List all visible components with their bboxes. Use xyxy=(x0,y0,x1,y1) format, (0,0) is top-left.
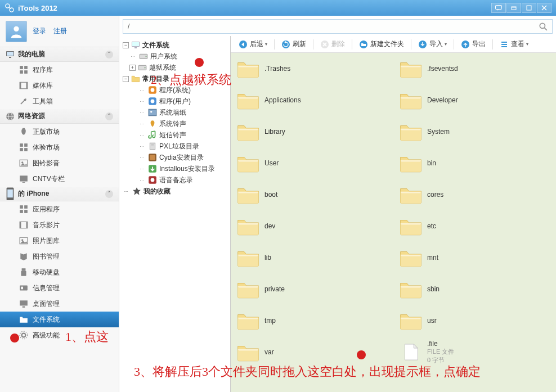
drive-icon xyxy=(138,63,147,72)
folder-item[interactable]: Library xyxy=(231,116,393,147)
sidebar-section-label: 的 iPhone xyxy=(18,189,49,199)
sidebar-item-cntv[interactable]: CNTV专栏 xyxy=(0,171,119,187)
refresh-button[interactable]: 刷新 xyxy=(278,38,310,51)
folder-item[interactable]: Developer xyxy=(393,84,556,116)
sidebar-item-official-market[interactable]: 正版市场 xyxy=(0,124,119,139)
image-icon xyxy=(19,159,28,168)
image-icon xyxy=(19,236,28,245)
back-button[interactable]: 后退▾ xyxy=(235,38,271,51)
folder-item[interactable]: .fseventsd xyxy=(393,53,556,84)
file-item[interactable]: .fileFILE 文件0 字节 xyxy=(393,336,556,368)
sidebar-item-photos[interactable]: 照片图库 xyxy=(0,233,119,249)
register-link[interactable]: 注册 xyxy=(53,27,67,35)
sidebar-item-usb[interactable]: 移动硬盘 xyxy=(0,264,119,280)
svg-line-51 xyxy=(544,28,547,30)
tree-common-item[interactable]: 系统铃声 xyxy=(122,118,228,129)
login-link[interactable]: 登录 xyxy=(33,27,46,35)
feedback-button[interactable] xyxy=(491,3,506,13)
sidebar-item-books[interactable]: 图书管理 xyxy=(0,249,119,264)
svg-rect-16 xyxy=(24,70,28,74)
folder-item[interactable]: tmp xyxy=(231,305,393,336)
tree-common-item[interactable]: Installous安装目录 xyxy=(122,163,228,174)
tree-common-item[interactable]: 语音备忘录 xyxy=(122,174,228,186)
sidebar-section-mypc[interactable]: 我的电脑 ˆ xyxy=(0,47,119,62)
chevron-up-icon[interactable]: ˆ xyxy=(105,51,113,58)
svg-rect-29 xyxy=(20,175,28,181)
folder-item[interactable]: usr xyxy=(393,305,556,336)
delete-icon xyxy=(320,40,329,49)
folder-item[interactable]: var xyxy=(231,336,393,368)
collapse-icon[interactable]: − xyxy=(123,42,129,48)
tv-icon xyxy=(19,174,28,183)
sidebar-item-filesystem[interactable]: 文件系统 xyxy=(0,312,119,327)
sidebar-section-device[interactable]: 的 iPhone ˆ xyxy=(0,187,119,201)
svg-point-49 xyxy=(20,331,28,339)
import-icon xyxy=(418,40,427,49)
svg-rect-82 xyxy=(501,46,507,47)
folder-item[interactable]: lib xyxy=(231,242,393,273)
folder-grid[interactable]: .TrashesApplicationsLibraryUserbootdevli… xyxy=(231,53,556,392)
collapse-icon[interactable]: − xyxy=(123,76,129,82)
folder-item[interactable]: boot xyxy=(231,179,393,210)
card-icon xyxy=(19,283,28,292)
tree-common-item[interactable]: PXL垃圾目录 xyxy=(122,141,228,152)
folder-item[interactable]: cores xyxy=(393,179,556,210)
sidebar-section-net[interactable]: 网络资源 ˆ xyxy=(0,109,119,124)
tree-common-item[interactable]: 系统墙纸 xyxy=(122,107,228,118)
tree-user-system[interactable]: 用户系统 xyxy=(122,51,228,62)
chevron-up-icon[interactable]: ˆ xyxy=(105,190,113,198)
sidebar-item-trial-market[interactable]: 体验市场 xyxy=(0,139,119,155)
title-bar: iTools 2012 xyxy=(0,0,556,16)
maximize-button[interactable] xyxy=(522,3,536,13)
tree-common-item[interactable]: 短信铃声 xyxy=(122,129,228,141)
expand-icon[interactable]: + xyxy=(129,65,136,71)
sidebar-item-apps[interactable]: 应用程序 xyxy=(0,201,119,217)
tree-common-item[interactable]: Cydia安装目录 xyxy=(122,152,228,163)
folder-item[interactable]: mnt xyxy=(393,242,556,273)
folder-item[interactable]: private xyxy=(231,273,393,305)
svg-rect-68 xyxy=(150,155,155,160)
toolbar: 后退▾ 刷新 删除 新建文件夹 导入▾ 导出 查看▾ xyxy=(231,36,556,53)
sidebar-item-program-lib[interactable]: 程序库 xyxy=(0,62,119,78)
svg-rect-18 xyxy=(20,82,21,88)
tree-common[interactable]: − 常用目录 xyxy=(122,73,228,84)
sidebar-item-desktop[interactable]: 桌面管理 xyxy=(0,296,119,312)
folder-item[interactable]: etc xyxy=(393,210,556,242)
import-button[interactable]: 导入▾ xyxy=(415,38,450,51)
tree-root[interactable]: − 文件系统 xyxy=(122,39,228,51)
folder-item[interactable]: User xyxy=(231,147,393,179)
svg-rect-65 xyxy=(150,143,155,149)
path-bar[interactable]: / xyxy=(123,19,553,34)
sidebar-item-toolbox[interactable]: 工具箱 xyxy=(0,93,119,109)
new-folder-button[interactable]: 新建文件夹 xyxy=(356,38,407,51)
tree-favorites[interactable]: 我的收藏 xyxy=(122,186,228,197)
delete-button[interactable]: 删除 xyxy=(317,38,348,51)
sidebar-item-media-lib[interactable]: 媒体库 xyxy=(0,78,119,93)
tree-common-item[interactable]: 程序(用户) xyxy=(122,96,228,107)
minimize-button[interactable] xyxy=(506,3,521,13)
folder-item[interactable]: Applications xyxy=(231,84,393,116)
tree-jailbreak-system[interactable]: + 越狱系统 xyxy=(122,62,228,73)
search-icon[interactable] xyxy=(539,22,548,31)
export-button[interactable]: 导出 xyxy=(458,38,489,51)
tree-common-item[interactable]: 程序(系统) xyxy=(122,84,228,96)
folder-item[interactable]: .Trashes xyxy=(231,53,393,84)
view-button[interactable]: 查看▾ xyxy=(496,38,532,51)
svg-rect-24 xyxy=(24,143,28,147)
folder-item[interactable]: bin xyxy=(393,147,556,179)
svg-point-50 xyxy=(540,23,545,28)
sidebar-item-ringtone[interactable]: 图铃影音 xyxy=(0,155,119,171)
grid-icon xyxy=(19,143,28,152)
folder-item[interactable]: dev xyxy=(231,210,393,242)
close-button[interactable] xyxy=(537,3,551,13)
sidebar-item-info[interactable]: 信息管理 xyxy=(0,280,119,296)
book-icon xyxy=(19,252,28,261)
folder-item[interactable]: sbin xyxy=(393,273,556,305)
chevron-up-icon[interactable]: ˆ xyxy=(105,112,113,120)
avatar-icon xyxy=(6,21,27,42)
app-icon xyxy=(148,153,157,162)
svg-rect-47 xyxy=(23,307,25,308)
svg-point-48 xyxy=(22,334,26,337)
sidebar-item-music[interactable]: 音乐影片 xyxy=(0,217,119,233)
folder-item[interactable]: System xyxy=(393,116,556,147)
